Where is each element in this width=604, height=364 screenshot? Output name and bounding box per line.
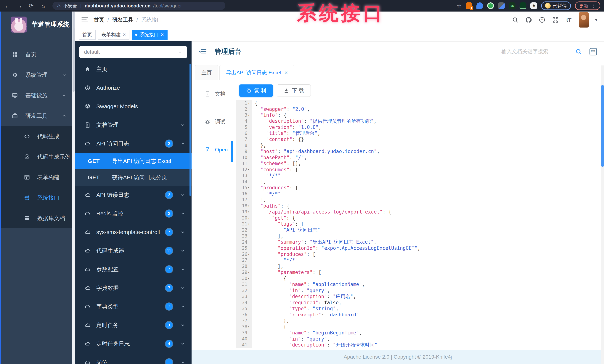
code-text: "operationId": "exportApiAccessLogExcelU… (252, 245, 420, 251)
update-button[interactable]: 更新 ⋮ (575, 1, 600, 10)
swagger-scrollbar-thumb[interactable] (189, 64, 191, 196)
language-icon[interactable]: 中 (590, 48, 597, 55)
line-number: 2 (236, 106, 252, 112)
tag-view[interactable]: 表单构建✕ (98, 30, 129, 40)
document-icon (204, 91, 211, 97)
sidebar-item[interactable]: 首页 (0, 44, 75, 65)
code-line: 38▾{ (236, 324, 600, 330)
sidebar-item[interactable]: 研发工具 (0, 106, 75, 126)
github-icon[interactable] (525, 16, 532, 24)
sidebar-subitem[interactable]: 代码生成 (0, 126, 75, 147)
timer-extension-icon[interactable]: 6h (509, 2, 516, 9)
paw-extension-icon[interactable]: ✱ (530, 2, 537, 9)
tag-view[interactable]: 系统接口✕ (132, 30, 167, 40)
fullscreen-icon[interactable] (552, 16, 559, 24)
font-size-icon[interactable]: tT (565, 16, 572, 24)
doc-search-box[interactable] (501, 47, 568, 56)
chevron-down-icon[interactable]: ▾ (595, 17, 597, 23)
hamburger-icon[interactable] (81, 17, 88, 23)
search-icon[interactable] (512, 16, 519, 24)
swagger-json-editor[interactable]: 1▾{2"swagger": "2.0",3▾"info": {4"descri… (236, 100, 600, 350)
api-group-select[interactable]: default (79, 46, 187, 58)
api-group-item[interactable]: API 错误日志3 (75, 186, 191, 204)
doc-nav-item[interactable]: 调试 (191, 108, 233, 136)
sidebar-item[interactable]: 系统管理 (0, 65, 75, 85)
browser-back-icon[interactable]: ← (4, 3, 11, 9)
browser-reload-icon[interactable]: ⟳ (27, 3, 35, 9)
extension-icon[interactable]: 1 (466, 2, 472, 9)
user-avatar[interactable] (579, 12, 589, 27)
grid-extension-icon[interactable] (498, 2, 505, 9)
sidebar-subitem[interactable]: 表单构建 (0, 167, 75, 188)
fold-toggle-icon[interactable]: ▾ (248, 216, 251, 220)
api-group-item[interactable]: 字典数据7 (75, 279, 191, 297)
fold-toggle-icon[interactable]: ▾ (248, 186, 251, 189)
pin-extension-icon[interactable] (477, 2, 483, 9)
fold-toggle-icon[interactable]: ▾ (248, 222, 251, 226)
sidebar-scrollbar-thumb[interactable] (73, 12, 75, 92)
sidebar-subitem[interactable]: 代码生成示例 (0, 147, 75, 167)
app-sidebar: 芋道管理系统 首页系统管理基础设施研发工具 代码生成代码生成示例表单构建系统接口… (0, 12, 75, 364)
help-icon[interactable]: ? (539, 16, 546, 24)
browser-forward-icon[interactable]: → (16, 3, 23, 9)
doc-tab[interactable]: 主页 (195, 65, 218, 80)
sidebar-item[interactable]: 基础设施 (0, 85, 75, 106)
copy-button[interactable]: 复 制 (239, 85, 273, 97)
swagger-menu-item[interactable]: API 访问日志2 (75, 134, 191, 153)
api-group-item[interactable]: 字典类型7 (75, 297, 191, 316)
doc-tab[interactable]: 导出API 访问日志 Excel✕ (219, 65, 294, 80)
paused-extension-pill[interactable]: 已暂停 (541, 1, 571, 10)
api-operation[interactable]: GET获得API 访问日志分页 (75, 169, 191, 186)
download-button[interactable]: 下 载 (277, 85, 311, 97)
doc-search-input[interactable] (501, 49, 567, 54)
bookmark-star-icon[interactable]: ☆ (456, 3, 462, 9)
api-group-item[interactable]: 定时任务日志4 (75, 334, 191, 353)
doc-nav-item[interactable]: 文档 (191, 80, 233, 108)
line-number: 7 (236, 136, 252, 142)
sidebar-subitem[interactable]: 系统接口 (0, 188, 75, 208)
collapse-menu-icon[interactable] (199, 49, 206, 55)
close-icon[interactable]: ✕ (284, 70, 288, 75)
sidebar-scrollbar[interactable] (72, 12, 75, 364)
swagger-menu-item[interactable]: 文档管理 (75, 116, 191, 134)
close-icon[interactable]: ✕ (161, 32, 164, 37)
swagger-menu-item[interactable]: 主页 (75, 60, 191, 78)
api-group-item[interactable]: 定时任务10 (75, 316, 191, 334)
fold-toggle-icon[interactable]: ▾ (248, 168, 251, 171)
api-group-item[interactable]: 岗位 (75, 353, 191, 364)
api-group-item[interactable]: 参数配置7 (75, 260, 191, 279)
tag-view[interactable]: 首页 (79, 30, 96, 40)
fold-toggle-icon[interactable]: ▾ (248, 210, 251, 213)
fold-toggle-icon[interactable]: ▾ (248, 325, 251, 328)
fold-toggle-icon[interactable]: ▾ (248, 252, 251, 256)
main-scrollbar-thumb[interactable] (601, 85, 604, 167)
plant-extension-icon[interactable] (520, 2, 526, 9)
fold-toggle-icon[interactable]: ▾ (248, 101, 251, 105)
fold-toggle-icon[interactable]: ▾ (248, 271, 251, 274)
breadcrumb-item[interactable]: 首页 (94, 16, 104, 24)
shield-extension-icon[interactable] (487, 2, 494, 9)
swagger-menu-item[interactable]: Swagger Models (75, 97, 191, 116)
browser-menu-icon[interactable]: ⋮ (591, 3, 596, 8)
sidebar-subitem-label: 代码生成 (37, 133, 60, 140)
close-icon[interactable]: ✕ (123, 32, 126, 37)
sidebar-subitem[interactable]: 数据库文档 (0, 208, 75, 228)
address-bar[interactable]: ⚠ 不安全 | dashboard.yudao.iocoder.cn/tool/… (52, 2, 225, 10)
fold-toggle-icon[interactable]: ▾ (248, 204, 251, 208)
open-file-icon (204, 147, 211, 152)
browser-home-icon[interactable]: ⌂ (39, 3, 47, 9)
api-operation[interactable]: GET导出API 访问日志 Excel (75, 153, 191, 169)
fold-toggle-icon[interactable]: ▾ (248, 113, 251, 117)
doc-nav-item[interactable]: Open (191, 136, 233, 164)
main-scrollbar[interactable] (601, 65, 604, 364)
api-group-item[interactable]: sys-sms-template-controller7 (75, 223, 191, 241)
line-number: 30▾ (236, 276, 252, 282)
doc-search-icon[interactable] (575, 48, 582, 55)
api-group-item[interactable]: Redis 监控2 (75, 204, 191, 223)
swagger-menu-item[interactable]: Authorize (75, 78, 191, 97)
fold-toggle-icon[interactable]: ▾ (248, 277, 251, 280)
app-logo-row[interactable]: 芋道管理系统 (0, 12, 75, 38)
doc-title: 管理后台 (214, 47, 241, 56)
api-group-item[interactable]: 代码生成器11 (75, 241, 191, 260)
breadcrumb-item[interactable]: 研发工具 (112, 16, 133, 24)
